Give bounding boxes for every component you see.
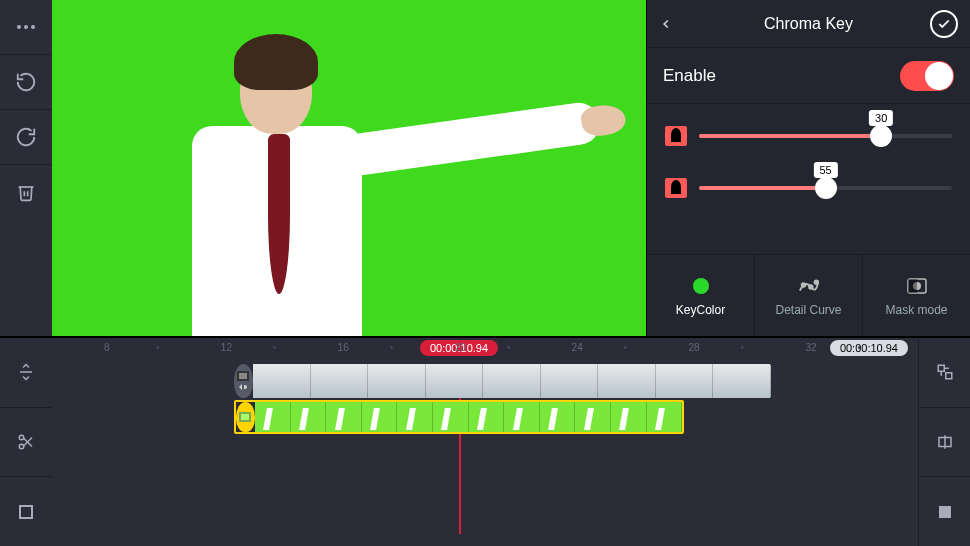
foreground-slider-row: 30	[665, 126, 952, 146]
enable-toggle[interactable]	[900, 61, 954, 91]
clip-handle-icon	[236, 402, 255, 432]
keycolor-icon	[690, 275, 712, 297]
svg-rect-15	[20, 506, 32, 518]
tab-label: KeyColor	[676, 303, 725, 317]
timeline[interactable]: 00:00:10.94 00:00:10.94 8•12•16•20•24•28…	[52, 338, 918, 546]
svg-point-3	[693, 278, 709, 294]
split-button[interactable]	[0, 408, 52, 478]
ruler-dot: •	[273, 342, 277, 353]
clip-thumbnail	[368, 364, 426, 398]
clip-thumbnail	[647, 402, 683, 432]
clip-thumbnail	[469, 402, 505, 432]
clip-thumbnail	[483, 364, 541, 398]
curve-icon	[798, 275, 820, 297]
svg-rect-26	[939, 506, 951, 518]
clip-thumbnail	[253, 364, 311, 398]
timeline-tracks	[52, 364, 918, 534]
timeline-ruler[interactable]: 00:00:10.94 00:00:10.94 8•12•16•20•24•28…	[52, 338, 918, 362]
clip-thumbnail	[575, 402, 611, 432]
clip-thumbnail	[611, 402, 647, 432]
marker-button[interactable]	[0, 477, 52, 546]
tab-label: Detail Curve	[775, 303, 841, 317]
svg-point-4	[801, 283, 805, 287]
ruler-dot: •	[156, 342, 160, 353]
clip-thumbnail	[397, 402, 433, 432]
undo-button[interactable]	[0, 55, 52, 109]
clip-thumbnail	[504, 402, 540, 432]
redo-button[interactable]	[0, 110, 52, 164]
background-slider[interactable]: 55	[699, 186, 952, 190]
tab-detail-curve[interactable]: Detail Curve	[755, 255, 863, 336]
slider-fill	[699, 134, 881, 138]
svg-rect-21	[945, 373, 951, 379]
clip-thumbnail	[713, 364, 771, 398]
svg-rect-19	[241, 414, 249, 420]
background-icon	[665, 178, 687, 198]
slider-thumb[interactable]	[870, 125, 892, 147]
ruler-tick: 32	[805, 342, 816, 353]
tab-label: Mask mode	[885, 303, 947, 317]
slider-fill	[699, 186, 826, 190]
back-button[interactable]	[659, 15, 687, 33]
ruler-tick: 12	[221, 342, 232, 353]
clip-handle-icon	[234, 364, 253, 398]
panel-title: Chroma Key	[687, 15, 930, 33]
enable-label: Enable	[663, 66, 716, 86]
ruler-dot: •	[624, 342, 628, 353]
chroma-key-panel: Chroma Key Enable 30 55	[646, 0, 970, 336]
svg-point-2	[31, 25, 35, 29]
tab-mask-mode[interactable]: Mask mode	[863, 255, 970, 336]
snap-button[interactable]	[919, 408, 970, 478]
preview-subject-silhouette	[142, 26, 522, 336]
svg-point-1	[24, 25, 28, 29]
ruler-dot: •	[507, 342, 511, 353]
video-clip-greenscreen[interactable]	[234, 400, 684, 434]
svg-point-0	[17, 25, 21, 29]
confirm-button[interactable]	[930, 10, 958, 38]
svg-rect-20	[938, 366, 944, 372]
svg-point-12	[19, 444, 24, 449]
layers-button[interactable]	[919, 338, 970, 408]
mask-icon	[906, 275, 928, 297]
svg-rect-9	[908, 279, 917, 293]
background-slider-row: 55	[665, 178, 952, 198]
tab-keycolor[interactable]: KeyColor	[647, 255, 755, 336]
clip-thumbnail	[362, 402, 398, 432]
clip-thumbnail	[541, 364, 599, 398]
svg-point-11	[19, 435, 24, 440]
timeline-right-tools	[918, 338, 970, 546]
svg-point-5	[809, 285, 813, 289]
preview-viewport[interactable]	[52, 0, 646, 336]
clip-thumbnail	[311, 364, 369, 398]
ruler-tick: 16	[338, 342, 349, 353]
preview-greenscreen	[52, 0, 646, 336]
foreground-icon	[665, 126, 687, 146]
clip-thumbnail	[598, 364, 656, 398]
ruler-tick: 20	[455, 342, 466, 353]
track-height-button[interactable]	[0, 338, 52, 408]
delete-button[interactable]	[0, 165, 52, 219]
ruler-tick: 24	[572, 342, 583, 353]
more-button[interactable]	[0, 0, 52, 54]
clip-thumbnail	[255, 402, 291, 432]
clip-thumbnail	[326, 402, 362, 432]
duration-badge: 00:00:10.94	[830, 340, 908, 356]
svg-point-6	[814, 280, 818, 284]
ruler-dot: •	[740, 342, 744, 353]
slider-value-badge: 30	[869, 110, 893, 126]
clip-thumbnail	[291, 402, 327, 432]
fit-button[interactable]	[919, 477, 970, 546]
clip-thumbnail	[540, 402, 576, 432]
slider-value-badge: 55	[813, 162, 837, 178]
video-clip-main[interactable]	[234, 364, 771, 398]
ruler-tick: 28	[689, 342, 700, 353]
slider-thumb[interactable]	[815, 177, 837, 199]
timeline-left-tools	[0, 338, 52, 546]
ruler-dot: •	[857, 342, 861, 353]
foreground-slider[interactable]: 30	[699, 134, 952, 138]
ruler-tick: 8	[104, 342, 110, 353]
left-toolbar	[0, 0, 52, 336]
clip-thumbnail	[656, 364, 714, 398]
svg-rect-17	[239, 373, 247, 379]
clip-thumbnail	[433, 402, 469, 432]
